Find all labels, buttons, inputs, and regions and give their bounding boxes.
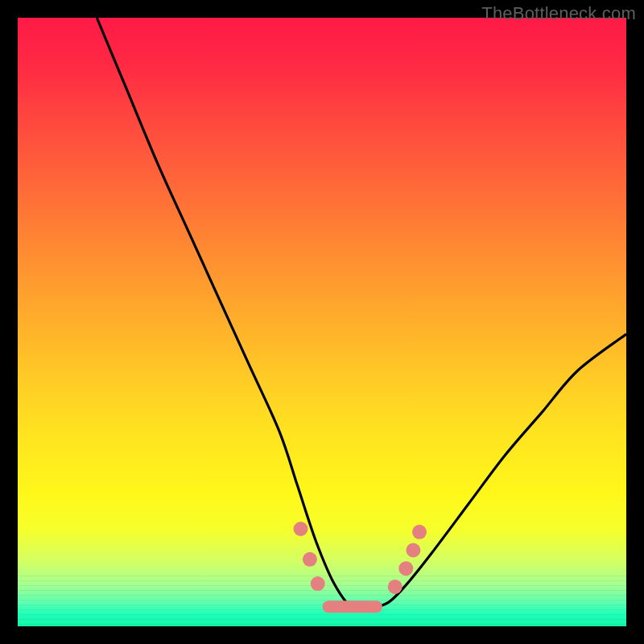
curve-group [97, 18, 626, 610]
curve-marker-dot [412, 525, 427, 539]
curve-marker-dot [303, 552, 317, 567]
bottleneck-curve-path [97, 18, 626, 610]
marker-group [294, 522, 427, 613]
green-band-stripes [18, 572, 626, 626]
curve-marker-dot [398, 561, 413, 576]
bottleneck-curve-svg [18, 18, 626, 626]
curve-marker-dot [294, 522, 308, 536]
chart-frame [18, 18, 626, 626]
curve-marker-dot [406, 543, 420, 558]
curve-marker-dot [311, 576, 325, 591]
curve-marker-pill [323, 601, 382, 613]
curve-marker-dot [388, 580, 402, 594]
